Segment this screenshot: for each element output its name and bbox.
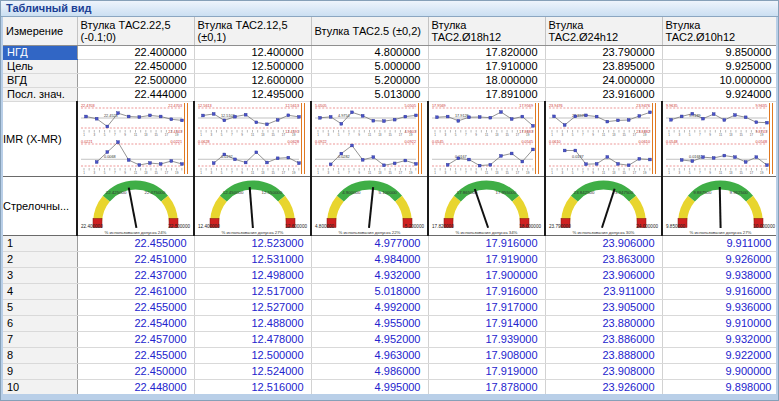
cell-target-col6[interactable]: 9.925000 <box>662 59 776 73</box>
cell-usl-col2[interactable]: 12.600000 <box>194 73 311 87</box>
cell-sample7-col2[interactable]: 12.478000 <box>194 331 311 347</box>
cell-sample8-col5[interactable]: 23.888000 <box>545 347 662 363</box>
cell-sample4-col6[interactable]: 9.916000 <box>662 283 776 299</box>
row-header-sample-5[interactable]: 5 <box>3 299 77 315</box>
cell-sample8-col1[interactable]: 22.455000 <box>77 347 194 363</box>
cell-usl-col5[interactable]: 24.000000 <box>545 73 662 87</box>
cell-sample3-col3[interactable]: 4.932000 <box>311 267 428 283</box>
row-header-sample-4[interactable]: 4 <box>3 283 77 299</box>
cell-sample1-col1[interactable]: 22.455000 <box>77 235 194 251</box>
cell-sample9-col2[interactable]: 12.524000 <box>194 363 311 379</box>
cell-last-col1[interactable]: 22.444000 <box>77 87 194 101</box>
gauge-cell-col5[interactable]: 23.84250023.94750023.79000024.000000% ис… <box>545 176 662 235</box>
cell-sample4-col1[interactable]: 22.461000 <box>77 283 194 299</box>
column-header-part-2[interactable]: Втулка ТАС2.12,5(±0,1) <box>194 17 311 45</box>
cell-sample1-col6[interactable]: 9.911000 <box>662 235 776 251</box>
cell-sample7-col5[interactable]: 23.886000 <box>545 331 662 347</box>
cell-sample5-col5[interactable]: 23.905000 <box>545 299 662 315</box>
row-header-usl[interactable]: ВГД <box>3 73 77 87</box>
cell-target-col5[interactable]: 23.895000 <box>545 59 662 73</box>
row-header-sample-8[interactable]: 8 <box>3 347 77 363</box>
cell-sample8-col2[interactable]: 12.500000 <box>194 347 311 363</box>
imr-chart-cell-col3[interactable]: 5.05055.05054.90034.97541357911131517190… <box>311 101 428 176</box>
cell-sample6-col5[interactable]: 23.880000 <box>545 315 662 331</box>
column-header-measure[interactable]: Измерение <box>3 17 77 45</box>
cell-sample7-col3[interactable]: 4.952000 <box>311 331 428 347</box>
row-header-sample-2[interactable]: 2 <box>3 251 77 267</box>
cell-sample5-col2[interactable]: 12.527000 <box>194 299 311 315</box>
row-header-gauge[interactable]: Стрелочны... <box>3 176 77 235</box>
cell-sample7-col1[interactable]: 22.457000 <box>77 331 194 347</box>
cell-target-col3[interactable]: 5.000000 <box>311 59 428 73</box>
cell-last-col4[interactable]: 17.891000 <box>428 87 545 101</box>
cell-sample7-col4[interactable]: 17.939000 <box>428 331 545 347</box>
cell-sample3-col1[interactable]: 22.437000 <box>77 267 194 283</box>
row-header-sample-6[interactable]: 6 <box>3 315 77 331</box>
row-header-last[interactable]: Посл. знач. <box>3 87 77 101</box>
cell-lsl-col5[interactable]: 23.790000 <box>545 45 662 59</box>
cell-sample10-col1[interactable]: 22.448000 <box>77 379 194 394</box>
cell-sample6-col4[interactable]: 17.914000 <box>428 315 545 331</box>
cell-sample3-col6[interactable]: 9.938000 <box>662 267 776 283</box>
cell-sample6-col6[interactable]: 9.910000 <box>662 315 776 331</box>
cell-lsl-col4[interactable]: 17.820000 <box>428 45 545 59</box>
row-header-sample-1[interactable]: 1 <box>3 235 77 251</box>
column-header-part-5[interactable]: ВтулкаТАС2.Ø24h12 <box>545 17 662 45</box>
gauge-cell-col3[interactable]: 4.9000005.1000004.8000005.200000% исполь… <box>311 176 428 235</box>
row-header-sample-9[interactable]: 9 <box>3 363 77 379</box>
cell-sample10-col5[interactable]: 23.926000 <box>545 379 662 394</box>
row-header-target[interactable]: Цель <box>3 59 77 73</box>
cell-last-col2[interactable]: 12.495000 <box>194 87 311 101</box>
column-header-part-6[interactable]: ВтулкаТАС2.Ø10h12 <box>662 17 776 45</box>
gauge-cell-col4[interactable]: 17.86500017.95500017.82000018.000000% ис… <box>428 176 545 235</box>
row-header-sample-3[interactable]: 3 <box>3 267 77 283</box>
cell-sample8-col4[interactable]: 17.908000 <box>428 347 545 363</box>
row-header-sample-10[interactable]: 10 <box>3 379 77 394</box>
gauge-cell-col2[interactable]: 12.45000012.55000012.40000012.600000% ис… <box>194 176 311 235</box>
cell-sample10-col2[interactable]: 12.516000 <box>194 379 311 394</box>
gauge-cell-col6[interactable]: 9.8875009.9625009.85000010.000000% испол… <box>662 176 776 235</box>
cell-sample5-col4[interactable]: 17.917000 <box>428 299 545 315</box>
cell-sample5-col6[interactable]: 9.936000 <box>662 299 776 315</box>
cell-usl-col6[interactable]: 10.000000 <box>662 73 776 87</box>
cell-sample8-col3[interactable]: 4.963000 <box>311 347 428 363</box>
cell-usl-col3[interactable]: 5.200000 <box>311 73 428 87</box>
cell-lsl-col1[interactable]: 22.400000 <box>77 45 194 59</box>
cell-sample6-col2[interactable]: 12.488000 <box>194 315 311 331</box>
imr-chart-cell-col4[interactable]: 17.956917.956917.868317.9126135791113151… <box>428 101 545 176</box>
column-header-part-4[interactable]: ВтулкаТАС2.Ø18h12 <box>428 17 545 45</box>
cell-sample9-col5[interactable]: 23.908000 <box>545 363 662 379</box>
cell-sample3-col2[interactable]: 12.498000 <box>194 267 311 283</box>
cell-sample1-col5[interactable]: 23.906000 <box>545 235 662 251</box>
column-header-part-1[interactable]: Втулка ТАС2.22,5(-0.1;0) <box>77 17 194 45</box>
cell-sample5-col3[interactable]: 4.992000 <box>311 299 428 315</box>
imr-chart-cell-col1[interactable]: 22.470322.470322.434322.4523135791113151… <box>77 101 194 176</box>
cell-sample9-col1[interactable]: 22.450000 <box>77 363 194 379</box>
cell-sample10-col6[interactable]: 9.898000 <box>662 379 776 394</box>
cell-sample3-col4[interactable]: 17.900000 <box>428 267 545 283</box>
cell-sample2-col2[interactable]: 12.531000 <box>194 251 311 267</box>
cell-sample4-col4[interactable]: 17.916000 <box>428 283 545 299</box>
cell-sample4-col3[interactable]: 5.018000 <box>311 283 428 299</box>
cell-sample6-col3[interactable]: 4.955000 <box>311 315 428 331</box>
cell-sample7-col6[interactable]: 9.932000 <box>662 331 776 347</box>
cell-sample8-col6[interactable]: 9.922000 <box>662 347 776 363</box>
cell-sample1-col4[interactable]: 17.916000 <box>428 235 545 251</box>
imr-chart-cell-col5[interactable]: 23.947623.947623.848223.8979135791113151… <box>545 101 662 176</box>
cell-target-col4[interactable]: 17.910000 <box>428 59 545 73</box>
cell-sample2-col6[interactable]: 9.926000 <box>662 251 776 267</box>
cell-sample2-col3[interactable]: 4.984000 <box>311 251 428 267</box>
cell-usl-col1[interactable]: 22.500000 <box>77 73 194 87</box>
imr-chart-cell-col6[interactable]: 9.96359.96359.87439.91891357911131517190… <box>662 101 776 176</box>
cell-sample2-col5[interactable]: 23.863000 <box>545 251 662 267</box>
cell-lsl-col3[interactable]: 4.800000 <box>311 45 428 59</box>
cell-lsl-col6[interactable]: 9.850000 <box>662 45 776 59</box>
cell-sample1-col3[interactable]: 4.977000 <box>311 235 428 251</box>
cell-usl-col4[interactable]: 18.000000 <box>428 73 545 87</box>
cell-last-col3[interactable]: 5.013000 <box>311 87 428 101</box>
cell-sample9-col4[interactable]: 17.919000 <box>428 363 545 379</box>
cell-lsl-col2[interactable]: 12.400000 <box>194 45 311 59</box>
cell-target-col2[interactable]: 12.500000 <box>194 59 311 73</box>
cell-sample1-col2[interactable]: 12.523000 <box>194 235 311 251</box>
cell-sample9-col6[interactable]: 9.900000 <box>662 363 776 379</box>
